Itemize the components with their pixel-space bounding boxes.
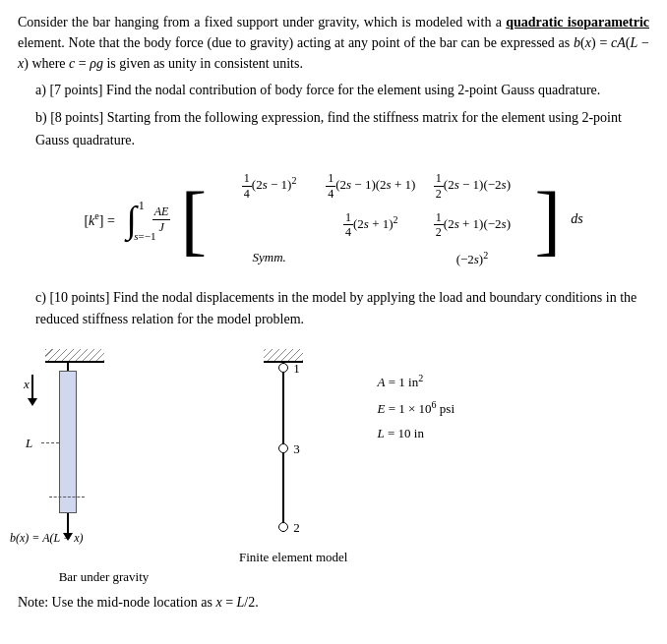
note: Note: Use the mid-node location as x = L… <box>18 595 649 611</box>
bar-diagram-label: Bar under gravity <box>59 569 150 585</box>
bar-body <box>59 371 77 513</box>
frac-denominator: J <box>156 220 165 234</box>
x-label: x <box>24 377 30 392</box>
part-b: b) [8 points] Starting from the followin… <box>18 107 649 151</box>
params-block: A = 1 in2 E = 1 × 106 psi L = 10 in <box>377 369 455 446</box>
L-dim-line-left <box>41 442 59 443</box>
cell-r3c2 <box>326 250 415 267</box>
node3-label: 3 <box>293 441 300 457</box>
node2-label: 2 <box>293 520 300 536</box>
matrix-lhs-label: [ke] = <box>84 210 114 229</box>
fem-node2 <box>278 522 288 532</box>
cell-r1c1: 14(2s − 1)2 <box>224 171 314 201</box>
part-b-label: b) [8 points] Starting from the followin… <box>35 110 622 146</box>
cell-r3c3: (−2s)2 <box>427 250 516 267</box>
cell-r3c1: Symm. <box>224 250 314 267</box>
left-bracket: [ <box>180 184 207 255</box>
part-c: c) [10 points] Find the nodal displaceme… <box>18 287 649 331</box>
matrix-lhs: [ke] = ∫ 1 s=−1 AE J <box>84 201 170 238</box>
frac-numerator: AE <box>152 205 171 219</box>
matrix-bracket-left: [ <box>180 184 207 255</box>
cell-r2c2: 14(2s + 1)2 <box>326 210 415 240</box>
dashed-bottom <box>49 497 85 498</box>
fem-diagram-container: 1 3 2 Finite element model <box>239 349 347 565</box>
part-a: a) [7 points] Find the nodal contributio… <box>18 80 649 101</box>
right-bracket: ] <box>534 184 561 255</box>
note-text: Note: Use the mid-node location as x = L… <box>18 595 259 610</box>
fem-diagram: 1 3 2 <box>244 349 342 546</box>
param-E: E = 1 × 106 psi <box>377 395 455 422</box>
fem-diagram-label: Finite element model <box>239 550 347 565</box>
x-axis-arrow <box>31 375 33 400</box>
fem-node3 <box>278 443 288 453</box>
paragraph-text: Consider the bar hanging from a fixed su… <box>18 15 649 71</box>
wall-hatch-top <box>45 349 104 363</box>
matrix-expression: [ke] = ∫ 1 s=−1 AE J [ 14(2s − 1)2 <box>18 167 649 271</box>
matrix-grid: 14(2s − 1)2 14(2s − 1)(2s + 1) 12(2s − 1… <box>216 167 524 271</box>
cell-r2c1 <box>224 210 314 240</box>
part-a-label: a) [7 points] Find the nodal contributio… <box>35 83 600 97</box>
node1-label: 1 <box>293 361 300 377</box>
bar-diagram-container: x L b(x) = A(L − x) Bar under gravity <box>18 349 190 585</box>
x-arrowhead <box>28 398 37 406</box>
matrix-bracket-right: ] <box>534 184 561 255</box>
param-A: A = 1 in2 <box>377 369 455 395</box>
part-c-label: c) [10 points] Find the nodal displaceme… <box>35 290 637 326</box>
ds-label: ds <box>571 211 582 227</box>
cell-r1c2: 14(2s − 1)(2s + 1) <box>326 171 415 201</box>
integral: ∫ 1 s=−1 AE J <box>126 201 170 238</box>
bar-diagram: x L b(x) = A(L − x) <box>18 349 190 546</box>
bx-label: b(x) = A(L − x) <box>10 531 83 546</box>
support-line <box>67 363 69 371</box>
cell-r2c3: 12(2s + 1)(−2s) <box>427 210 516 240</box>
L-label: L <box>26 436 32 451</box>
fem-node1 <box>278 363 288 373</box>
main-paragraph: Consider the bar hanging from a fixed su… <box>18 12 649 74</box>
diagrams-section: x L b(x) = A(L − x) Bar under gravity 1 … <box>18 349 649 585</box>
cell-r1c3: 12(2s − 1)(−2s) <box>427 171 516 201</box>
param-L: L = 10 in <box>377 422 455 446</box>
